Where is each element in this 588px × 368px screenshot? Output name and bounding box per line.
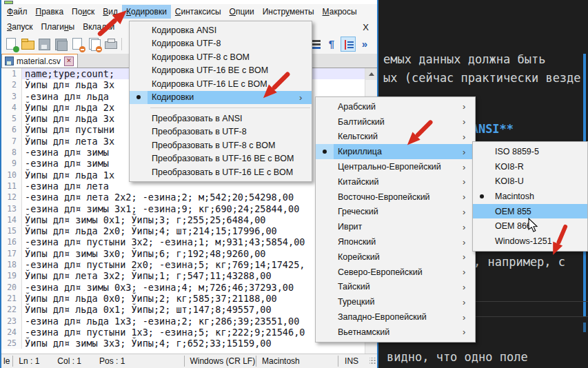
menubar-item-language[interactable]: Синтаксисы bbox=[171, 5, 225, 19]
menubar-item-run[interactable]: Запуск bbox=[3, 20, 37, 34]
menu-item-koi8-r[interactable]: KOI8-R bbox=[473, 159, 587, 174]
menu-separator bbox=[150, 108, 310, 108]
editor-line-text: Ўипы дл¤ лета 3х bbox=[22, 136, 114, 147]
line-number: 16 bbox=[1, 236, 22, 247]
menu-item-label: Турецкий bbox=[334, 297, 463, 307]
line-number: 18 bbox=[1, 259, 22, 270]
menubar-item-plugins[interactable]: Плагины bbox=[37, 20, 79, 34]
selected-dot bbox=[136, 95, 141, 99]
save-all-button[interactable] bbox=[53, 37, 68, 52]
panel-close-button[interactable]: X bbox=[354, 21, 377, 34]
line-number: 5 bbox=[1, 113, 22, 124]
background-text-line: видно, что одно поле bbox=[387, 350, 528, 364]
status-line: Ln : 1 bbox=[19, 356, 39, 366]
show-all-chars-button[interactable]: ¶ bbox=[324, 37, 339, 52]
menu-item-label: Macintosh bbox=[491, 192, 575, 201]
menu-item-label: Преобразовать в ANSI bbox=[148, 114, 299, 123]
editor-line-text: -езина дл¤ пустыни 1х3; -езина;5; кг;222… bbox=[22, 327, 305, 338]
menu-gutter bbox=[473, 174, 491, 189]
menubar-item-macro[interactable]: Макросы bbox=[318, 5, 361, 19]
menubar-item-edit[interactable]: Правка bbox=[32, 5, 68, 19]
menu-item-label: Иврит bbox=[334, 222, 463, 232]
menubar-row1: ФайлПравкаПоискВидКодировкиСинтаксисыОпц… bbox=[1, 4, 377, 19]
menu-item-convert-ansi[interactable]: Преобразовать в ANSI bbox=[130, 112, 312, 125]
menu-item-eastern-european[interactable]: Восточно-Европейский› bbox=[316, 190, 475, 205]
menu-gutter bbox=[316, 130, 334, 145]
editor-line-text: Ўипы дл¤ льда 2х0; Ўипы;4; шт;214;15;179… bbox=[22, 225, 277, 236]
menu-item-iso-8859-5[interactable]: ISO 8859-5 bbox=[473, 144, 587, 159]
status-encoding[interactable]: Macintosh bbox=[256, 356, 338, 366]
menu-item-convert-utf16le-bom[interactable]: Преобразовать в UTF-16 LE с BOM bbox=[130, 165, 312, 179]
menu-item-label: Китайский bbox=[334, 177, 463, 187]
indent-guides-button[interactable] bbox=[341, 37, 356, 52]
line-number: 1 bbox=[1, 68, 22, 79]
menu-gutter bbox=[130, 23, 148, 37]
background-divider bbox=[470, 316, 588, 317]
tab-material-csv[interactable]: material.csv ✕ bbox=[1, 53, 78, 68]
mouse-cursor bbox=[528, 218, 539, 233]
menu-item-korean[interactable]: Корейский› bbox=[316, 249, 475, 265]
menu-item-greek[interactable]: Греческий› bbox=[316, 205, 475, 220]
menu-item-central-european[interactable]: Центрально-Европейский› bbox=[316, 159, 475, 174]
menu-item-hebrew[interactable]: Иврит› bbox=[316, 219, 475, 234]
submenu-arrow-icon: › bbox=[463, 252, 475, 262]
menu-gutter bbox=[316, 205, 334, 220]
menu-item-north-european[interactable]: Северо-Европейский› bbox=[316, 265, 475, 280]
status-pos: Pos : 1 bbox=[99, 356, 125, 366]
menu-item-encode-utf8-bom[interactable]: Кодировка UTF-8 с BOM bbox=[130, 50, 312, 64]
menu-gutter bbox=[316, 294, 334, 309]
menu-item-convert-utf8[interactable]: Преобразовать в UTF-8 bbox=[130, 125, 312, 139]
menu-item-cyrillic[interactable]: Кириллица› bbox=[316, 144, 475, 159]
background-text-line: емых данных должна быть bbox=[383, 52, 545, 66]
annotation-arrow-encodings-item bbox=[261, 67, 292, 104]
app-icon bbox=[4, 1, 13, 4]
menubar-item-settings[interactable]: Опции bbox=[225, 5, 258, 19]
menu-item-convert-utf16be-bom[interactable]: Преобразовать в UTF-16 BE с BOM bbox=[130, 152, 312, 166]
menu-item-japanese[interactable]: Японский› bbox=[316, 234, 475, 249]
menu-item-western-european[interactable]: Западно-Европейский› bbox=[316, 309, 475, 325]
save-button[interactable] bbox=[37, 37, 52, 52]
scroll-up-button[interactable] bbox=[365, 68, 377, 80]
menu-item-vietnamese[interactable]: Вьетнамский› bbox=[316, 325, 475, 340]
menu-item-chinese[interactable]: Китайский› bbox=[316, 174, 475, 190]
menu-gutter bbox=[130, 112, 148, 125]
menubar-item-tools[interactable]: Инструменты bbox=[258, 5, 318, 19]
menu-item-celtic[interactable]: Кельтский› bbox=[316, 130, 475, 145]
line-number: 14 bbox=[1, 214, 22, 225]
menu-item-arabic[interactable]: Арабский› bbox=[316, 99, 475, 114]
line-number: 2 bbox=[1, 79, 22, 90]
print-icon bbox=[105, 41, 117, 49]
close-button[interactable] bbox=[70, 37, 85, 52]
tab-close-icon[interactable]: ✕ bbox=[64, 57, 74, 66]
editor-line-text: Ўипы дл¤ льда 0х0; Ўипы;2; кг;585;37;211… bbox=[22, 293, 277, 304]
menu-item-turkish[interactable]: Турецкий› bbox=[316, 294, 475, 309]
submenu-arrow-icon: › bbox=[463, 327, 475, 337]
line-number: 3 bbox=[1, 91, 22, 102]
new-file-button[interactable] bbox=[3, 37, 19, 52]
more-buttons-icon: » bbox=[357, 37, 372, 52]
menu-item-encode-ansi[interactable]: Кодировка ANSI bbox=[130, 23, 312, 37]
status-eol-format[interactable]: Windows (CR LF) bbox=[184, 356, 256, 366]
menu-item-koi8-u[interactable]: KOI8-U bbox=[473, 174, 587, 189]
menu-gutter bbox=[473, 234, 491, 249]
submenu-arrow-icon: › bbox=[463, 282, 475, 292]
line-number: 8 bbox=[1, 147, 22, 158]
close-all-button[interactable] bbox=[86, 37, 101, 52]
toolbar-right-group: ¶» bbox=[307, 37, 373, 52]
editor-line-text: -езина дл¤ пустыни 2х0; -езина;5; кг;769… bbox=[22, 259, 305, 270]
menu-gutter bbox=[316, 234, 334, 249]
menu-item-encode-utf8[interactable]: Кодировка UTF-8 bbox=[130, 37, 312, 51]
menu-item-thai[interactable]: Тайский› bbox=[316, 280, 475, 295]
resize-grip[interactable] bbox=[369, 358, 376, 365]
editor-line-text: -езина дл¤ зимы 3х1; -езина;9; кг;690;24… bbox=[22, 203, 299, 214]
menu-item-oem-855[interactable]: OEM 855 bbox=[473, 204, 587, 219]
menu-item-baltic[interactable]: Балтийский› bbox=[316, 114, 475, 130]
menu-gutter bbox=[130, 152, 148, 166]
menu-item-macintosh[interactable]: Macintosh bbox=[473, 189, 587, 204]
more-buttons-button[interactable]: » bbox=[357, 37, 372, 52]
status-typing-mode[interactable]: INS bbox=[338, 356, 369, 366]
open-file-button[interactable] bbox=[20, 37, 35, 52]
menu-item-convert-utf8-bom[interactable]: Преобразовать в UTF-8 с BOM bbox=[130, 139, 312, 152]
toolbar-left-group bbox=[3, 37, 119, 52]
menubar-item-file[interactable]: Файл bbox=[3, 5, 32, 19]
